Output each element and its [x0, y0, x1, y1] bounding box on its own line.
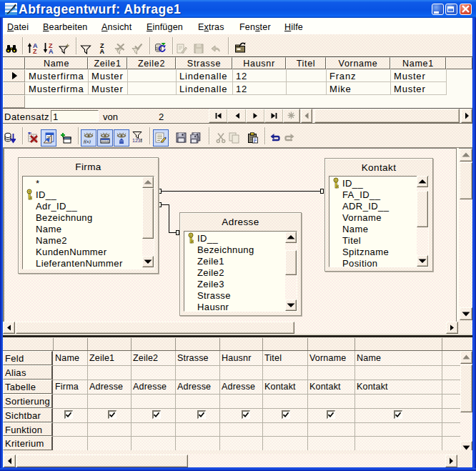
svg-text:f(x): f(x) [84, 139, 91, 144]
svg-text:Z: Z [33, 48, 37, 54]
svg-text:!: ! [141, 137, 143, 142]
svg-text:A: A [49, 48, 54, 54]
svg-text:123: 123 [132, 138, 141, 142]
svg-text:A: A [100, 48, 105, 54]
